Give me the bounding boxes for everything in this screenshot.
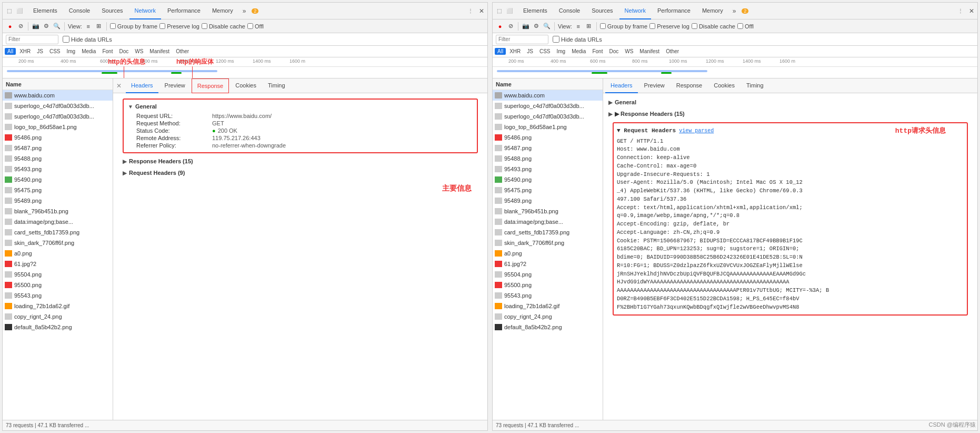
view-preview-left[interactable]: ⊞: [95, 22, 103, 31]
detail-tab-timing-left[interactable]: Timing: [263, 78, 291, 93]
file-item-12-right[interactable]: data:image/png;base...: [493, 216, 603, 227]
stop-btn-right[interactable]: ⊘: [506, 22, 515, 31]
detail-tab-response-right[interactable]: Response: [671, 78, 708, 93]
file-item-12-left[interactable]: data:image/png;base...: [3, 216, 113, 227]
view-list-right[interactable]: ≡: [574, 22, 583, 31]
tab-memory-right[interactable]: Memory: [697, 3, 728, 19]
response-headers-header-left[interactable]: ▶ Response Headers (15): [123, 156, 478, 166]
general-header-left[interactable]: ▼ General: [128, 102, 473, 111]
disable-cache-checkbox-left[interactable]: [202, 23, 207, 29]
type-media-left[interactable]: Media: [79, 48, 98, 55]
file-item-9-right[interactable]: 95475.png: [493, 185, 603, 195]
search-btn-right[interactable]: 🔍: [543, 22, 551, 31]
disable-cache-left[interactable]: Disable cache: [202, 23, 245, 29]
offline-checkbox-right[interactable]: [737, 23, 743, 29]
file-item-22-right[interactable]: default_8a5b42b2.png: [493, 322, 603, 332]
detail-close-left[interactable]: ✕: [115, 81, 123, 91]
file-item-10-left[interactable]: 95489.png: [3, 195, 113, 206]
tab-sources-left[interactable]: Sources: [96, 3, 128, 19]
file-item-7-left[interactable]: 95493.png: [3, 164, 113, 174]
file-item-17-right[interactable]: 95504.png: [493, 269, 603, 280]
file-item-1-right[interactable]: superlogo_c4d7df0a003d3db...: [493, 101, 603, 111]
offline-left[interactable]: Offl: [247, 23, 264, 29]
hide-data-urls-checkbox-right[interactable]: [553, 36, 559, 43]
preserve-log-right[interactable]: Preserve log: [649, 23, 689, 29]
tab-elements-left[interactable]: Elements: [28, 3, 63, 19]
offline-right[interactable]: Offl: [737, 23, 754, 29]
file-item-9-left[interactable]: 95475.png: [3, 185, 113, 195]
type-media-right[interactable]: Media: [569, 48, 588, 55]
type-css-left[interactable]: CSS: [47, 48, 63, 55]
preserve-log-checkbox-left[interactable]: [159, 23, 165, 29]
file-item-18-right[interactable]: 95500.png: [493, 280, 603, 290]
filter-btn-right[interactable]: ⚙: [532, 22, 541, 31]
detail-tab-preview-right[interactable]: Preview: [639, 78, 670, 93]
type-xhr-right[interactable]: XHR: [507, 48, 523, 55]
hide-data-urls-left[interactable]: Hide data URLs: [63, 36, 112, 43]
file-item-5-left[interactable]: 95487.png: [3, 143, 113, 153]
type-font-left[interactable]: Font: [99, 48, 115, 55]
file-item-18-left[interactable]: 95500.png: [3, 280, 113, 290]
close-left[interactable]: ✕: [478, 7, 485, 15]
detail-tab-headers-left[interactable]: Headers: [126, 78, 158, 93]
file-item-11-left[interactable]: blank_796b451b.png: [3, 206, 113, 216]
type-font-right[interactable]: Font: [589, 48, 605, 55]
general-header-right[interactable]: ▶ General: [608, 97, 972, 107]
file-item-20-left[interactable]: loading_72b1da62.gif: [3, 301, 113, 311]
file-item-21-left[interactable]: copy_rignt_24.png: [3, 311, 113, 322]
file-item-8-left[interactable]: 95490.png: [3, 174, 113, 185]
file-item-2-right[interactable]: superlogo_c4d7df0a003d3db...: [493, 111, 603, 122]
menu-icon-right[interactable]: ⋮: [956, 7, 965, 15]
tab-memory-left[interactable]: Memory: [207, 3, 238, 19]
close-right[interactable]: ✕: [968, 7, 975, 15]
file-item-19-right[interactable]: 95543.png: [493, 290, 603, 301]
type-img-left[interactable]: Img: [64, 48, 78, 55]
file-item-5-right[interactable]: 95487.png: [493, 143, 603, 153]
filter-input-right[interactable]: [496, 35, 548, 44]
detail-tab-preview-left[interactable]: Preview: [159, 78, 191, 93]
type-doc-right[interactable]: Doc: [606, 48, 621, 55]
view-parsed-link-right[interactable]: view parsed: [679, 127, 714, 135]
file-item-3-left[interactable]: logo_top_86d58ae1.png: [3, 122, 113, 132]
tab-console-right[interactable]: Console: [554, 3, 585, 19]
tab-sources-right[interactable]: Sources: [586, 3, 618, 19]
file-item-19-left[interactable]: 95543.png: [3, 290, 113, 301]
file-item-16-right[interactable]: 61.jpg?2: [493, 259, 603, 269]
type-all-left[interactable]: All: [5, 48, 16, 55]
file-item-16-left[interactable]: 61.jpg?2: [3, 259, 113, 269]
type-xhr-left[interactable]: XHR: [17, 48, 33, 55]
type-manifest-right[interactable]: Manifest: [637, 48, 662, 55]
type-doc-left[interactable]: Doc: [116, 48, 131, 55]
file-item-17-left[interactable]: 95504.png: [3, 269, 113, 280]
file-item-13-right[interactable]: card_setts_fdb17359.png: [493, 227, 603, 238]
menu-icon-left[interactable]: ⋮: [466, 7, 475, 15]
file-item-4-right[interactable]: 95486.png: [493, 132, 603, 143]
disable-cache-checkbox-right[interactable]: [692, 23, 697, 29]
stop-btn-left[interactable]: ⊘: [16, 22, 25, 31]
tab-performance-left[interactable]: Performance: [162, 3, 206, 19]
file-item-4-left[interactable]: 95486.png: [3, 132, 113, 143]
camera-btn-right[interactable]: 📷: [522, 22, 530, 31]
tab-elements-right[interactable]: Elements: [518, 3, 553, 19]
rh-collapsed-right[interactable]: ▶ ▶ Response Headers (15): [608, 109, 972, 119]
detail-tab-headers-right[interactable]: Headers: [605, 78, 638, 93]
file-item-15-left[interactable]: a0.png: [3, 248, 113, 259]
hide-data-urls-right[interactable]: Hide data URLs: [553, 36, 602, 43]
file-item-14-left[interactable]: skin_dark_7706ff6f.png: [3, 238, 113, 248]
type-js-right[interactable]: JS: [524, 48, 536, 55]
tab-performance-right[interactable]: Performance: [652, 3, 696, 19]
file-item-8-right[interactable]: 95490.png: [493, 174, 603, 185]
filter-btn-left[interactable]: ⚙: [42, 22, 51, 31]
file-item-15-right[interactable]: a0.png: [493, 248, 603, 259]
file-item-11-right[interactable]: blank_796b451b.png: [493, 206, 603, 216]
cursor-icon[interactable]: ⬚: [5, 7, 13, 15]
disable-cache-right[interactable]: Disable cache: [692, 23, 735, 29]
detail-tab-response-left[interactable]: Response: [192, 78, 229, 93]
type-manifest-left[interactable]: Manifest: [147, 48, 172, 55]
file-item-14-right[interactable]: skin_dark_7706ff6f.png: [493, 238, 603, 248]
record-btn-left[interactable]: ●: [6, 22, 14, 31]
file-item-10-right[interactable]: 95489.png: [493, 195, 603, 206]
record-btn-right[interactable]: ●: [496, 22, 504, 31]
file-item-3-right[interactable]: logo_top_86d58ae1.png: [493, 122, 603, 132]
view-preview-right[interactable]: ⊞: [585, 22, 593, 31]
